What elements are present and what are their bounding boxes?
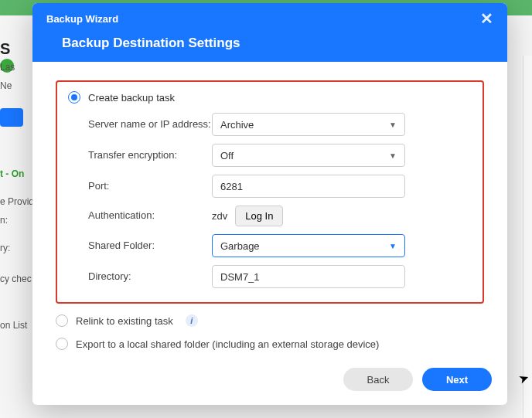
bg-title-fragment: S xyxy=(0,40,32,57)
bg-status-fragment: t - On xyxy=(0,165,32,182)
shared-folder-select[interactable]: Garbage ▼ xyxy=(212,234,405,257)
close-icon[interactable]: ✕ xyxy=(480,11,493,26)
background-right-edge xyxy=(523,56,532,418)
login-button[interactable]: Log In xyxy=(235,206,283,226)
port-value: 6281 xyxy=(220,181,243,192)
folder-label: Shared Folder: xyxy=(88,240,212,253)
next-button[interactable]: Next xyxy=(422,368,492,391)
directory-input[interactable]: DSM7_1 xyxy=(212,265,405,288)
background-left-column: S Las Ne t - On e Provid n: ry: cy chec … xyxy=(0,39,32,335)
server-value: Archive xyxy=(220,119,254,131)
directory-label: Directory: xyxy=(88,270,212,284)
modal-title: Backup Wizard xyxy=(46,13,118,25)
option-export[interactable]: Export to a local shared folder (includi… xyxy=(56,338,484,350)
info-icon[interactable]: i xyxy=(186,314,198,327)
radio-unselected-icon xyxy=(56,338,68,350)
modal-footer: Back Next xyxy=(32,357,507,405)
chevron-down-icon: ▼ xyxy=(389,121,397,129)
radio-selected-icon xyxy=(68,91,80,104)
encryption-select[interactable]: Off ▼ xyxy=(212,144,405,167)
radio-unselected-icon xyxy=(56,314,68,327)
port-input[interactable]: 6281 xyxy=(212,175,405,198)
encryption-value: Off xyxy=(220,150,234,161)
option-create-backup[interactable]: Create backup task xyxy=(68,91,472,104)
backup-wizard-modal: Backup Wizard ✕ Backup Destination Setti… xyxy=(32,3,507,405)
bg-button-fragment[interactable] xyxy=(0,108,23,127)
modal-subtitle: Backup Destination Settings xyxy=(46,36,493,51)
bg-text-fragment: Las xyxy=(0,59,32,76)
back-button[interactable]: Back xyxy=(343,368,413,391)
shared-folder-value: Garbage xyxy=(220,240,260,252)
bg-text-fragment: Ne xyxy=(0,77,32,94)
chevron-down-icon: ▼ xyxy=(389,151,397,160)
bg-text-fragment: e Provid xyxy=(0,193,32,210)
port-label: Port: xyxy=(88,180,212,193)
highlighted-create-section: Create backup task Server name or IP add… xyxy=(56,80,484,304)
bg-text-fragment: on List xyxy=(0,317,32,334)
option-create-label: Create backup task xyxy=(88,92,175,104)
option-export-label: Export to a local shared folder (includi… xyxy=(76,338,379,350)
server-select[interactable]: Archive ▼ xyxy=(212,113,405,136)
option-relink[interactable]: Relink to existing task i xyxy=(56,314,484,327)
encryption-label: Transfer encryption: xyxy=(88,149,212,162)
modal-header: Backup Wizard ✕ Backup Destination Setti… xyxy=(32,3,507,62)
modal-body: Create backup task Server name or IP add… xyxy=(32,62,507,357)
bg-text-fragment: cy chec xyxy=(0,270,32,287)
auth-user: zdv xyxy=(212,210,227,222)
server-label: Server name or IP address: xyxy=(88,118,212,131)
bg-text-fragment: n: xyxy=(0,212,32,229)
chevron-down-icon: ▼ xyxy=(389,242,397,250)
directory-value: DSM7_1 xyxy=(220,271,260,283)
option-relink-label: Relink to existing task xyxy=(76,315,173,327)
auth-label: Authentication: xyxy=(88,209,212,223)
bg-text-fragment: ry: xyxy=(0,240,32,257)
